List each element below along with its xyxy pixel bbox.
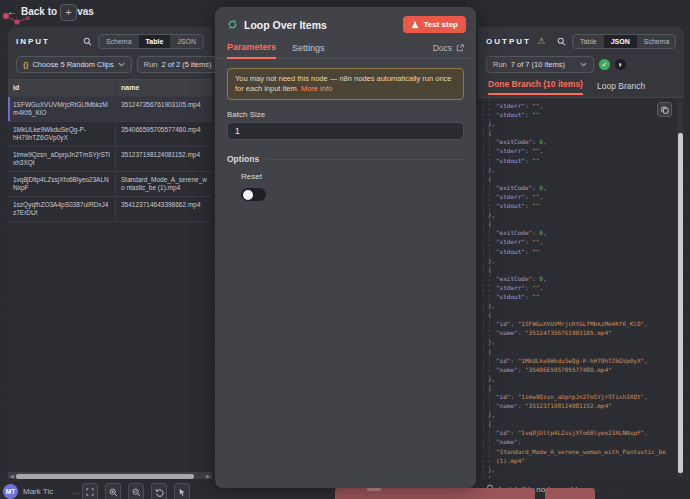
input-view-switcher: SchemaTableJSON (98, 34, 204, 49)
cell-name: Standard_Mode_A_serene_wo ntastic_be (1)… (116, 172, 212, 196)
search-icon[interactable] (557, 37, 566, 46)
json-line: "exitCode": 0, (478, 183, 675, 192)
json-line: { (478, 265, 675, 274)
json-line: "stdout": "" (478, 292, 675, 301)
back-to-canvas-button[interactable]: ← Back to canvas (7, 6, 94, 17)
input-horizontal-scrollbar[interactable]: ◀ ▶ (8, 471, 212, 479)
cell-id: 1imw9Qzsn_aDprpJn2TmSYjrSTixh3XQt (8, 147, 116, 171)
table-row[interactable]: 1SFWGuXVUVMrjcRtGLfMbkzMm4Kf6_KlO3512473… (8, 97, 212, 122)
table-row[interactable]: 1szQyqfhZO3A4pS0387uIRDxJ4z7ErDUt3541237… (8, 197, 212, 222)
view-tab-table[interactable]: Table (139, 35, 171, 48)
docs-label: Docs (433, 43, 452, 53)
json-line: "stderr": "", (478, 146, 675, 155)
batch-size-input[interactable]: 1 (227, 122, 464, 140)
scroll-left-arrow-icon[interactable]: ◀ (8, 472, 16, 480)
flask-icon (411, 21, 419, 29)
output-vertical-scrollbar[interactable] (677, 99, 683, 477)
table-row[interactable]: 1MkULke9WkduSeQg-P-hH79hTZ6GVp0yX3540665… (8, 122, 212, 147)
output-json-view: "stderr": "","stdout": ""},{"exitCode": … (478, 97, 684, 478)
json-line: { (478, 174, 675, 183)
view-tab-schema[interactable]: Schema (637, 35, 676, 48)
user-avatar[interactable]: MT (3, 484, 18, 499)
user-menu-ellipsis[interactable]: … (72, 487, 80, 496)
table-row[interactable]: 1vq8jDltp4LZssjXfo6Blyeo23ALNNxpFStandar… (8, 172, 212, 197)
column-header-id[interactable]: id (8, 80, 116, 96)
view-tab-table[interactable]: Table (573, 35, 604, 48)
input-run-label: Run (144, 60, 158, 69)
input-panel: INPUT SchemaTableJSON {} Choose 5 Random… (8, 27, 212, 479)
cell-name: 351247356761903105.mp4 (116, 97, 212, 121)
output-view-switcher: TableJSONSchema (572, 34, 676, 49)
json-line: "exitCode": 0, (478, 274, 675, 283)
json-line: "exitCode": 0, (478, 137, 675, 146)
input-node-selector[interactable]: {} Choose 5 Random Clips (16, 56, 132, 73)
input-run-selector[interactable]: Run 2 of 2 (5 items) (137, 56, 223, 73)
json-line: }, (478, 301, 675, 310)
options-label: Options (227, 154, 259, 164)
json-line: "id": "1imw9Qzsn_aDprpJn2TmSYjrSTixh3XQt… (478, 392, 675, 401)
json-line: "id": "1SFWGuXVUVMrjcRtGLfMbkzMm4Kf6_KlO… (478, 319, 675, 328)
search-icon[interactable] (83, 37, 92, 46)
add-node-button[interactable]: + (60, 4, 77, 21)
execution-time-icon: ◗ (615, 59, 626, 70)
pointer-icon (178, 488, 186, 496)
chevron-down-icon (118, 62, 125, 67)
chevron-down-icon (580, 62, 587, 67)
output-run-label: Run (493, 60, 507, 69)
copy-output-button[interactable] (657, 102, 672, 117)
json-line: "stderr": "", (478, 192, 675, 201)
zoom-out-button[interactable] (128, 483, 144, 499)
more-info-link[interactable]: More info (301, 84, 332, 93)
cell-name: 351237198124081152.mp4 (116, 147, 212, 171)
column-header-name[interactable]: name (116, 80, 212, 96)
code-braces-icon: {} (23, 61, 28, 68)
json-line: "stderr": "", (478, 101, 675, 110)
json-line: { (478, 347, 675, 356)
tab-settings[interactable]: Settings (292, 43, 325, 58)
json-line: "stdout": "" (478, 156, 675, 165)
node-title: Loop Over Items (244, 19, 327, 31)
options-divider (267, 159, 464, 160)
warning-icon: ⚠ (537, 37, 545, 46)
reset-toggle[interactable] (241, 188, 266, 201)
json-code: "stderr": "","stdout": ""},{"exitCode": … (478, 101, 675, 478)
user-name: Mark Tic (23, 487, 53, 496)
fit-view-button[interactable] (82, 483, 98, 499)
cell-id: 1MkULke9WkduSeQg-P-hH79hTZ6GVp0yX (8, 122, 116, 146)
scroll-right-arrow-icon[interactable]: ▶ (204, 472, 212, 480)
zoom-in-button[interactable] (105, 483, 121, 499)
back-arrow-icon: ← (7, 6, 17, 17)
fit-view-icon (86, 488, 94, 496)
undo-button[interactable] (151, 483, 167, 499)
zoom-in-icon (109, 488, 118, 497)
output-run-selector[interactable]: Run 7 of 7 (10 items) (486, 56, 594, 73)
branch-tab-bar: Done Branch (10 items)Loop Branch (478, 75, 684, 95)
json-line: "stderr": "", (478, 237, 675, 246)
table-row[interactable]: 1imw9Qzsn_aDprpJn2TmSYjrSTixh3XQt3512371… (8, 147, 212, 172)
output-title: OUTPUT (486, 37, 531, 46)
json-line: "name": "Standard_Mode_A_serene_woman_wi… (478, 437, 675, 464)
input-run-value: 2 of 2 (5 items) (162, 60, 212, 69)
view-tab-schema[interactable]: Schema (99, 35, 139, 48)
input-title: INPUT (16, 37, 50, 46)
branch-tab[interactable]: Done Branch (10 items) (488, 79, 583, 95)
json-line: "stdout": "" (478, 110, 675, 119)
docs-link[interactable]: Docs (433, 43, 464, 58)
ndv-tab-bar: ParametersSettings Docs (215, 39, 476, 59)
test-step-button[interactable]: Test step (403, 16, 466, 33)
zoom-out-icon (132, 488, 141, 497)
undo-icon (155, 488, 164, 497)
branch-tab[interactable]: Loop Branch (597, 81, 645, 95)
view-tab-json[interactable]: JSON (170, 35, 203, 48)
tab-parameters[interactable]: Parameters (227, 42, 276, 59)
json-line: }, (478, 337, 675, 346)
json-line: "exitCode": 0, (478, 228, 675, 237)
pointer-button[interactable] (174, 483, 190, 499)
success-check-icon: ✓ (599, 59, 610, 70)
input-table: idname1SFWGuXVUVMrjcRtGLfMbkzMm4Kf6_KlO3… (8, 79, 212, 471)
json-line: "id": "1vq8jDltp4LZssjXfo6Blyeo23ALNNxpF… (478, 428, 675, 437)
output-panel: OUTPUT ⚠ TableJSONSchema Run 7 of 7 (10 … (478, 27, 684, 478)
json-line: { (478, 128, 675, 137)
view-tab-json[interactable]: JSON (604, 35, 637, 48)
json-line: }, (478, 410, 675, 419)
